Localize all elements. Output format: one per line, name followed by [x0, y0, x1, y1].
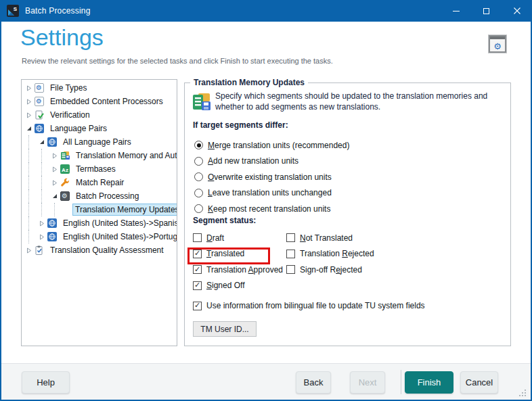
tree-expander-collapsed-icon[interactable]: [24, 99, 34, 105]
checkbox-sign-off-rejected[interactable]: [286, 265, 295, 274]
tree-item-all-language-pairs[interactable]: All Language Pairs: [22, 135, 177, 149]
tree-item-embedded-content-processors[interactable]: ⚙Embedded Content Processors: [22, 95, 177, 108]
checkbox-label[interactable]: Not Translated: [300, 233, 353, 243]
radio-merge-translation-units-recommended[interactable]: [194, 141, 203, 149]
tree-expander-collapsed-icon[interactable]: [37, 220, 47, 227]
bilingual-checkbox-label[interactable]: Use information from bilingual file to u…: [206, 301, 425, 310]
tree-guide-line: [41, 176, 42, 189]
tree-item-translation-quality-assessment[interactable]: Translation Quality Assessment: [22, 243, 177, 257]
minimize-button[interactable]: [441, 0, 471, 22]
radio-leave-translation-units-unchanged[interactable]: [194, 189, 203, 197]
tree-expander-expanded-icon[interactable]: [50, 193, 60, 199]
radio-label[interactable]: Keep most recent translation units: [208, 204, 330, 214]
page-subtitle: Review the relevant settings for the sel…: [22, 57, 333, 65]
segment-status-label: Segment status:: [193, 216, 256, 225]
tree-guide-line: [41, 203, 42, 216]
tree-expander-collapsed-icon[interactable]: [50, 180, 60, 186]
tree-guide-line: [28, 135, 29, 149]
translation-memory-icon: [60, 151, 70, 161]
tree-expander-collapsed-icon[interactable]: [50, 153, 60, 159]
checkbox-not-translated[interactable]: [286, 233, 295, 242]
translation-memory-updates-group: Translation Memory Updates Specify which…: [184, 82, 511, 346]
checkbox-row-draft[interactable]: Draft: [193, 230, 283, 246]
tree-item-english-united-states-portugue[interactable]: English (United States)->Portugue: [22, 230, 177, 243]
settings-tree[interactable]: ⚙File Types⚙Embedded Content ProcessorsV…: [21, 79, 177, 346]
back-button[interactable]: Back: [296, 371, 331, 394]
group-title: Translation Memory Updates: [190, 78, 308, 87]
radio-label[interactable]: Merge translation units (recommended): [208, 141, 349, 150]
resize-grip[interactable]: [518, 388, 527, 397]
tree-item-batch-processing[interactable]: ⚙Batch Processing: [22, 189, 177, 203]
tree-expander-collapsed-icon[interactable]: [24, 85, 34, 91]
checkbox-translated[interactable]: [193, 250, 202, 258]
checkbox-label[interactable]: Translated: [206, 249, 244, 258]
tree-expander-expanded-icon[interactable]: [37, 139, 47, 145]
help-button[interactable]: Help: [22, 371, 70, 394]
tree-item-verification[interactable]: Verification: [22, 108, 177, 122]
checkbox-label[interactable]: Draft: [206, 233, 224, 243]
maximize-button[interactable]: [471, 0, 502, 22]
tree-item-label: Embedded Content Processors: [47, 95, 166, 108]
tree-expander-collapsed-icon[interactable]: [24, 247, 34, 254]
quality-assessment-icon: [34, 245, 44, 256]
radio-overwrite-existing-translation-units[interactable]: [194, 172, 203, 181]
checkbox-row-translated[interactable]: Translated: [193, 246, 283, 262]
checkbox-signed-off[interactable]: [193, 281, 202, 290]
tree-expander-collapsed-icon[interactable]: [24, 112, 34, 118]
tree-item-english-united-states-spanish[interactable]: English (United States)->Spanish (: [22, 216, 177, 230]
checkbox-label[interactable]: Translation Rejected: [300, 249, 374, 258]
tree-item-language-pairs[interactable]: Language Pairs: [22, 122, 177, 135]
checkbox-row-translation-rejected[interactable]: Translation Rejected: [286, 246, 374, 262]
tree-guide-line: [28, 189, 29, 203]
tree-item-label: Language Pairs: [47, 122, 110, 135]
bilingual-checkbox-row[interactable]: Use information from bilingual file to u…: [193, 301, 425, 310]
bilingual-checkbox[interactable]: [193, 302, 202, 310]
radio-label[interactable]: Overwrite existing translation units: [208, 172, 332, 182]
tree-item-translation-memory-and-auto[interactable]: Translation Memory and Auto: [22, 149, 177, 162]
app-icon[interactable]: S: [7, 5, 19, 17]
tree-expander-collapsed-icon[interactable]: [37, 234, 47, 240]
tree-item-match-repair[interactable]: Match Repair: [22, 176, 177, 189]
titlebar[interactable]: S Batch Processing: [0, 0, 532, 22]
radio-keep-most-recent-translation-units[interactable]: [194, 204, 203, 213]
radio-row-overwrite-existing-translation-units[interactable]: Overwrite existing translation units: [194, 169, 349, 185]
radio-row-leave-translation-units-unchanged[interactable]: Leave translation units unchanged: [194, 185, 349, 202]
group-description: Specify which segments should be updated…: [215, 91, 513, 112]
radio-row-add-new-translation-units[interactable]: Add new translation units: [194, 154, 349, 170]
radio-label[interactable]: Leave translation units unchanged: [208, 188, 332, 197]
tree-item-termbases[interactable]: AzTermbases: [22, 162, 177, 176]
tree-guide-line: [54, 203, 55, 216]
tree-item-file-types[interactable]: ⚙File Types: [22, 81, 177, 95]
checkbox-translation-rejected[interactable]: [286, 250, 295, 258]
tree-guide-line: [28, 216, 29, 230]
tree-expander-collapsed-icon[interactable]: [50, 166, 60, 172]
checkbox-label[interactable]: Translation Approved: [206, 265, 283, 275]
close-button[interactable]: [502, 0, 532, 22]
checkbox-row-sign-off-rejected[interactable]: Sign-off Rejected: [286, 262, 374, 278]
tm-updates-icon: [192, 92, 212, 115]
checkbox-row-not-translated[interactable]: Not Translated: [286, 230, 374, 246]
settings-gear-icon: ⚙: [489, 35, 506, 53]
radio-label[interactable]: Add new translation units: [208, 156, 298, 166]
tree-item-label: Translation Memory Updates: [72, 204, 177, 216]
checkbox-translation-approved[interactable]: [193, 265, 202, 274]
tm-user-id-button[interactable]: TM User ID...: [193, 321, 257, 337]
checkbox-label[interactable]: Signed Off: [206, 281, 245, 290]
radio-row-keep-most-recent-translation-units[interactable]: Keep most recent translation units: [194, 201, 349, 217]
tree-item-translation-memory-updates[interactable]: Translation Memory Updates: [22, 203, 177, 216]
tree-expander-expanded-icon[interactable]: [24, 126, 34, 131]
radio-row-merge-translation-units-recommended[interactable]: Merge translation units (recommended): [194, 137, 349, 154]
radio-add-new-translation-units[interactable]: [194, 157, 203, 166]
tree-guide-line: [41, 149, 42, 162]
checkbox-row-signed-off[interactable]: Signed Off: [193, 278, 283, 294]
batch-processing-gear-icon: ⚙: [60, 191, 70, 202]
tree-guide-line: [28, 162, 29, 176]
cancel-button[interactable]: Cancel: [460, 371, 498, 394]
checkbox-draft[interactable]: [193, 233, 202, 242]
tree-item-label: English (United States)->Spanish (: [60, 217, 177, 229]
segment-status-right-column: Not TranslatedTranslation RejectedSign-o…: [286, 230, 374, 278]
tree-item-label: All Language Pairs: [60, 136, 134, 148]
checkbox-row-translation-approved[interactable]: Translation Approved: [193, 262, 283, 278]
finish-button[interactable]: Finish: [405, 371, 453, 394]
checkbox-label[interactable]: Sign-off Rejected: [300, 265, 362, 275]
